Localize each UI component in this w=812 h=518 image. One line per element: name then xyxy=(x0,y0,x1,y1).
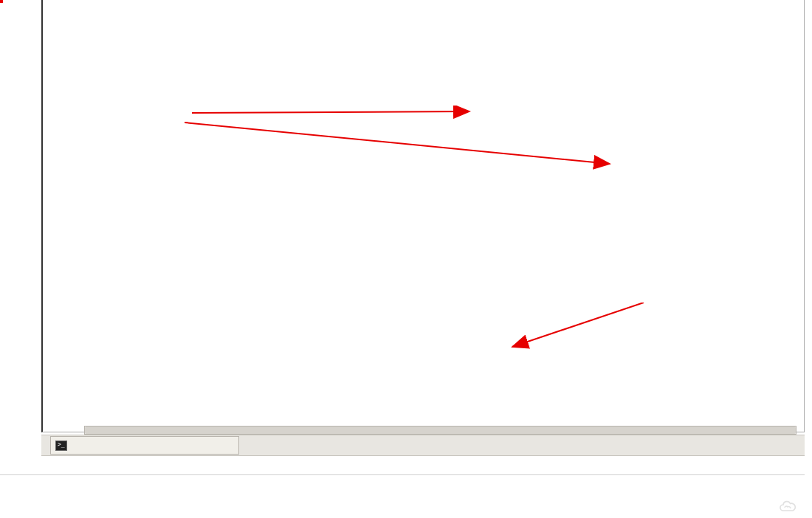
highlight-extended-partition-row xyxy=(0,0,3,3)
taskbar-terminal-button[interactable] xyxy=(50,436,239,455)
cloud-icon xyxy=(778,500,797,514)
watermark xyxy=(778,500,800,514)
taskbar xyxy=(41,435,805,456)
terminal-window[interactable] xyxy=(41,0,805,432)
terminal-icon xyxy=(55,441,67,451)
horizontal-scrollbar[interactable] xyxy=(84,426,796,435)
vm-status-bar xyxy=(0,458,805,475)
